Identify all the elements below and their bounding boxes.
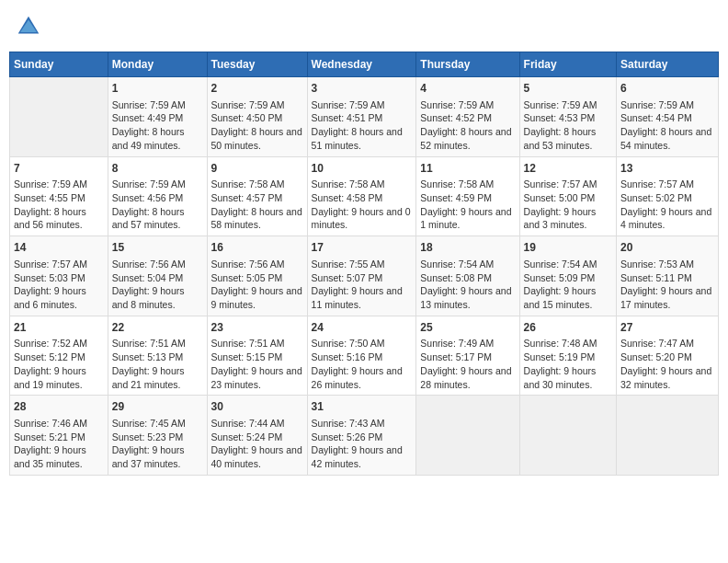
day-info: Sunrise: 7:56 AMSunset: 5:05 PMDaylight:… bbox=[211, 258, 303, 312]
day-number: 25 bbox=[420, 320, 515, 336]
logo-icon bbox=[15, 13, 42, 40]
day-info: Sunrise: 7:59 AMSunset: 4:50 PMDaylight:… bbox=[211, 98, 303, 153]
day-info: Sunrise: 7:59 AMSunset: 4:52 PMDaylight:… bbox=[420, 98, 515, 153]
day-number: 13 bbox=[620, 161, 714, 177]
day-cell: 2 Sunrise: 7:59 AMSunset: 4:50 PMDayligh… bbox=[207, 77, 307, 157]
day-info: Sunrise: 7:58 AMSunset: 4:58 PMDaylight:… bbox=[312, 178, 413, 232]
day-number: 7 bbox=[14, 161, 104, 177]
day-cell: 4 Sunrise: 7:59 AMSunset: 4:52 PMDayligh… bbox=[416, 77, 519, 157]
day-cell: 1 Sunrise: 7:59 AMSunset: 4:49 PMDayligh… bbox=[108, 77, 207, 157]
day-cell: 23 Sunrise: 7:51 AMSunset: 5:15 PMDaylig… bbox=[207, 316, 307, 396]
day-number: 6 bbox=[620, 81, 714, 97]
col-header-wednesday: Wednesday bbox=[307, 52, 416, 77]
day-info: Sunrise: 7:57 AMSunset: 5:00 PMDaylight:… bbox=[524, 178, 612, 232]
day-info: Sunrise: 7:46 AMSunset: 5:21 PMDaylight:… bbox=[14, 417, 104, 471]
day-info: Sunrise: 7:50 AMSunset: 5:16 PMDaylight:… bbox=[312, 337, 413, 391]
day-cell: 9 Sunrise: 7:58 AMSunset: 4:57 PMDayligh… bbox=[207, 156, 307, 236]
day-number: 14 bbox=[14, 240, 104, 256]
day-number: 12 bbox=[524, 161, 612, 177]
page-header bbox=[9, 9, 719, 44]
header-row: SundayMondayTuesdayWednesdayThursdayFrid… bbox=[10, 52, 719, 77]
day-info: Sunrise: 7:47 AMSunset: 5:20 PMDaylight:… bbox=[620, 337, 714, 391]
day-number: 27 bbox=[620, 320, 714, 336]
week-row-5: 28 Sunrise: 7:46 AMSunset: 5:21 PMDaylig… bbox=[10, 396, 719, 476]
day-info: Sunrise: 7:57 AMSunset: 5:02 PMDaylight:… bbox=[620, 178, 714, 232]
day-number: 10 bbox=[312, 161, 413, 177]
day-info: Sunrise: 7:59 AMSunset: 4:51 PMDaylight:… bbox=[312, 98, 413, 153]
day-cell: 12 Sunrise: 7:57 AMSunset: 5:00 PMDaylig… bbox=[519, 156, 616, 236]
day-cell: 18 Sunrise: 7:54 AMSunset: 5:08 PMDaylig… bbox=[416, 236, 519, 316]
day-info: Sunrise: 7:56 AMSunset: 5:04 PMDaylight:… bbox=[112, 258, 203, 312]
day-info: Sunrise: 7:52 AMSunset: 5:12 PMDaylight:… bbox=[14, 337, 104, 391]
day-cell: 25 Sunrise: 7:49 AMSunset: 5:17 PMDaylig… bbox=[416, 316, 519, 396]
day-number: 29 bbox=[112, 399, 203, 415]
day-number: 23 bbox=[211, 320, 303, 336]
day-cell: 21 Sunrise: 7:52 AMSunset: 5:12 PMDaylig… bbox=[10, 316, 108, 396]
day-info: Sunrise: 7:58 AMSunset: 4:59 PMDaylight:… bbox=[420, 178, 515, 232]
day-number: 1 bbox=[112, 81, 203, 97]
calendar-table: SundayMondayTuesdayWednesdayThursdayFrid… bbox=[9, 52, 719, 476]
day-number: 9 bbox=[211, 161, 303, 177]
day-number: 8 bbox=[112, 161, 203, 177]
col-header-thursday: Thursday bbox=[416, 52, 519, 77]
day-cell: 31 Sunrise: 7:43 AMSunset: 5:26 PMDaylig… bbox=[307, 396, 416, 476]
day-info: Sunrise: 7:55 AMSunset: 5:07 PMDaylight:… bbox=[312, 258, 413, 312]
col-header-friday: Friday bbox=[519, 52, 616, 77]
day-cell: 3 Sunrise: 7:59 AMSunset: 4:51 PMDayligh… bbox=[307, 77, 416, 157]
day-info: Sunrise: 7:54 AMSunset: 5:09 PMDaylight:… bbox=[524, 258, 612, 312]
day-number: 11 bbox=[420, 161, 515, 177]
logo bbox=[15, 13, 46, 40]
day-cell: 8 Sunrise: 7:59 AMSunset: 4:56 PMDayligh… bbox=[108, 156, 207, 236]
day-cell bbox=[519, 396, 616, 476]
day-info: Sunrise: 7:51 AMSunset: 5:13 PMDaylight:… bbox=[112, 337, 203, 391]
day-number: 21 bbox=[14, 320, 104, 336]
col-header-tuesday: Tuesday bbox=[207, 52, 307, 77]
day-cell: 6 Sunrise: 7:59 AMSunset: 4:54 PMDayligh… bbox=[617, 77, 719, 157]
day-info: Sunrise: 7:59 AMSunset: 4:54 PMDaylight:… bbox=[620, 98, 714, 153]
day-cell: 14 Sunrise: 7:57 AMSunset: 5:03 PMDaylig… bbox=[10, 236, 108, 316]
day-cell: 26 Sunrise: 7:48 AMSunset: 5:19 PMDaylig… bbox=[519, 316, 616, 396]
day-number: 5 bbox=[524, 81, 612, 97]
day-cell: 15 Sunrise: 7:56 AMSunset: 5:04 PMDaylig… bbox=[108, 236, 207, 316]
day-number: 24 bbox=[312, 320, 413, 336]
day-cell: 13 Sunrise: 7:57 AMSunset: 5:02 PMDaylig… bbox=[617, 156, 719, 236]
week-row-4: 21 Sunrise: 7:52 AMSunset: 5:12 PMDaylig… bbox=[10, 316, 719, 396]
col-header-saturday: Saturday bbox=[617, 52, 719, 77]
day-cell: 11 Sunrise: 7:58 AMSunset: 4:59 PMDaylig… bbox=[416, 156, 519, 236]
day-cell bbox=[10, 77, 108, 157]
day-cell bbox=[617, 396, 719, 476]
day-info: Sunrise: 7:43 AMSunset: 5:26 PMDaylight:… bbox=[312, 417, 413, 471]
day-number: 20 bbox=[620, 240, 714, 256]
day-info: Sunrise: 7:58 AMSunset: 4:57 PMDaylight:… bbox=[211, 178, 303, 232]
day-number: 17 bbox=[312, 240, 413, 256]
day-cell: 5 Sunrise: 7:59 AMSunset: 4:53 PMDayligh… bbox=[519, 77, 616, 157]
day-info: Sunrise: 7:53 AMSunset: 5:11 PMDaylight:… bbox=[620, 258, 714, 312]
day-number: 16 bbox=[211, 240, 303, 256]
col-header-monday: Monday bbox=[108, 52, 207, 77]
day-number: 31 bbox=[312, 399, 413, 415]
day-info: Sunrise: 7:48 AMSunset: 5:19 PMDaylight:… bbox=[524, 337, 612, 391]
day-cell: 16 Sunrise: 7:56 AMSunset: 5:05 PMDaylig… bbox=[207, 236, 307, 316]
day-info: Sunrise: 7:54 AMSunset: 5:08 PMDaylight:… bbox=[420, 258, 515, 312]
day-cell: 7 Sunrise: 7:59 AMSunset: 4:55 PMDayligh… bbox=[10, 156, 108, 236]
day-cell: 19 Sunrise: 7:54 AMSunset: 5:09 PMDaylig… bbox=[519, 236, 616, 316]
day-info: Sunrise: 7:44 AMSunset: 5:24 PMDaylight:… bbox=[211, 417, 303, 471]
week-row-1: 1 Sunrise: 7:59 AMSunset: 4:49 PMDayligh… bbox=[10, 77, 719, 157]
day-info: Sunrise: 7:45 AMSunset: 5:23 PMDaylight:… bbox=[112, 417, 203, 471]
day-cell: 30 Sunrise: 7:44 AMSunset: 5:24 PMDaylig… bbox=[207, 396, 307, 476]
day-cell: 24 Sunrise: 7:50 AMSunset: 5:16 PMDaylig… bbox=[307, 316, 416, 396]
day-cell: 28 Sunrise: 7:46 AMSunset: 5:21 PMDaylig… bbox=[10, 396, 108, 476]
col-header-sunday: Sunday bbox=[10, 52, 108, 77]
day-cell: 17 Sunrise: 7:55 AMSunset: 5:07 PMDaylig… bbox=[307, 236, 416, 316]
day-info: Sunrise: 7:59 AMSunset: 4:49 PMDaylight:… bbox=[112, 98, 203, 153]
day-info: Sunrise: 7:51 AMSunset: 5:15 PMDaylight:… bbox=[211, 337, 303, 391]
day-cell: 27 Sunrise: 7:47 AMSunset: 5:20 PMDaylig… bbox=[617, 316, 719, 396]
day-number: 15 bbox=[112, 240, 203, 256]
day-info: Sunrise: 7:57 AMSunset: 5:03 PMDaylight:… bbox=[14, 258, 104, 312]
week-row-2: 7 Sunrise: 7:59 AMSunset: 4:55 PMDayligh… bbox=[10, 156, 719, 236]
day-number: 4 bbox=[420, 81, 515, 97]
day-info: Sunrise: 7:59 AMSunset: 4:56 PMDaylight:… bbox=[112, 178, 203, 232]
day-cell: 22 Sunrise: 7:51 AMSunset: 5:13 PMDaylig… bbox=[108, 316, 207, 396]
day-info: Sunrise: 7:59 AMSunset: 4:53 PMDaylight:… bbox=[524, 98, 612, 153]
day-number: 19 bbox=[524, 240, 612, 256]
